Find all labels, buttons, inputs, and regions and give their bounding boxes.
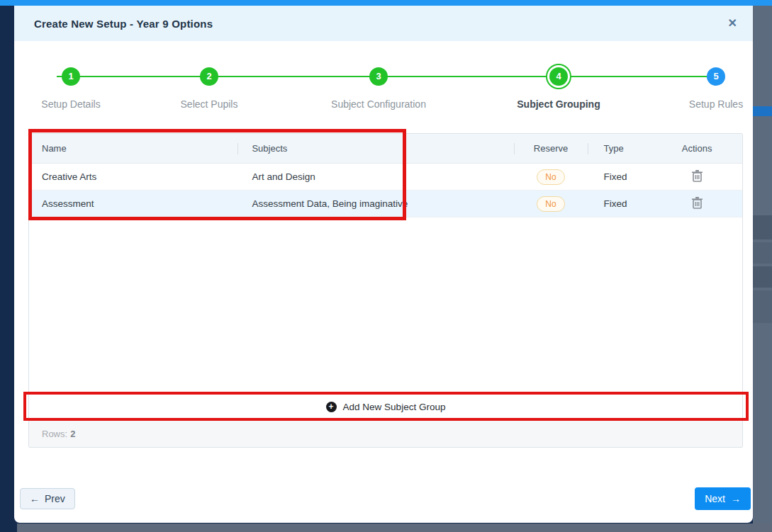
- background-row: [753, 215, 772, 239]
- step-3-circle[interactable]: 3: [369, 67, 388, 86]
- prev-button[interactable]: ← Prev: [20, 488, 75, 509]
- step-subject-configuration[interactable]: 3 Subject Configuration: [301, 47, 457, 125]
- background-row: [753, 242, 772, 264]
- top-accent-bar: [0, 0, 772, 6]
- table-empty-area: [29, 217, 742, 393]
- subject-groups-table: Name Subjects Reserve Type Actions Creat…: [28, 133, 743, 448]
- modal-title: Create New Setup - Year 9 Options: [34, 18, 213, 30]
- cell-subjects: Assessment Data, Being imaginative: [237, 198, 513, 209]
- table-header-row: Name Subjects Reserve Type Actions: [29, 134, 742, 164]
- table-footer: Rows: 2: [29, 420, 742, 447]
- step-2-circle[interactable]: 2: [200, 67, 218, 86]
- delete-trash-icon[interactable]: [691, 196, 703, 210]
- cell-actions: [651, 196, 742, 212]
- column-header-reserve: Reserve: [514, 143, 588, 154]
- cell-name: Assessment: [29, 198, 237, 209]
- column-header-actions: Actions: [651, 143, 742, 154]
- wizard-stepper: 1 Setup Details 2 Select Pupils 3 Subjec…: [14, 47, 753, 125]
- cell-type: Fixed: [588, 171, 651, 182]
- add-new-subject-group-button[interactable]: + Add New Subject Group: [29, 393, 742, 420]
- step-subject-grouping[interactable]: 4 Subject Grouping: [481, 47, 637, 125]
- reserve-badge: No: [537, 196, 565, 212]
- cell-actions: [651, 169, 742, 185]
- step-5-circle[interactable]: 5: [707, 67, 725, 86]
- close-icon[interactable]: ✕: [728, 18, 737, 29]
- arrow-right-icon: →: [731, 493, 741, 504]
- column-header-name: Name: [29, 143, 237, 154]
- table-row: Creative Arts Art and Design No Fixed: [29, 164, 742, 191]
- create-setup-modal: Create New Setup - Year 9 Options ✕ 1 Se…: [14, 6, 753, 523]
- step-1-circle[interactable]: 1: [62, 67, 80, 86]
- column-header-type: Type: [588, 143, 651, 154]
- cell-type: Fixed: [588, 198, 651, 209]
- step-select-pupils[interactable]: 2 Select Pupils: [131, 47, 287, 125]
- plus-circle-icon: +: [326, 402, 337, 412]
- step-3-label: Subject Configuration: [301, 98, 457, 110]
- step-4-circle[interactable]: 4: [549, 67, 568, 86]
- modal-header: Create New Setup - Year 9 Options ✕: [14, 6, 753, 41]
- step-setup-details[interactable]: 1 Setup Details: [0, 47, 149, 125]
- rows-label: Rows:: [42, 429, 67, 439]
- rows-count: 2: [70, 429, 75, 439]
- arrow-left-icon: ←: [30, 493, 40, 504]
- step-2-label: Select Pupils: [131, 98, 287, 110]
- next-button[interactable]: Next →: [695, 487, 751, 510]
- table-row: Assessment Assessment Data, Being imagin…: [29, 191, 742, 217]
- cell-name: Creative Arts: [29, 171, 237, 182]
- step-5-label: Setup Rules: [638, 98, 772, 110]
- background-row: [753, 290, 772, 323]
- add-new-subject-group-label: Add New Subject Group: [343, 402, 446, 412]
- page-background: Create New Setup - Year 9 Options ✕ 1 Se…: [0, 0, 772, 532]
- cell-subjects: Art and Design: [237, 171, 513, 182]
- delete-trash-icon[interactable]: [691, 169, 703, 183]
- cell-reserve: No: [514, 196, 588, 212]
- step-4-label: Subject Grouping: [481, 98, 637, 110]
- background-row: [753, 266, 772, 288]
- reserve-badge: No: [537, 169, 565, 185]
- column-header-subjects: Subjects: [237, 143, 513, 154]
- next-button-label: Next: [705, 493, 725, 504]
- step-setup-rules[interactable]: 5 Setup Rules: [638, 47, 772, 125]
- prev-button-label: Prev: [45, 493, 65, 504]
- background-bottom-bar: [17, 523, 772, 532]
- step-1-label: Setup Details: [0, 98, 149, 110]
- cell-reserve: No: [514, 169, 588, 185]
